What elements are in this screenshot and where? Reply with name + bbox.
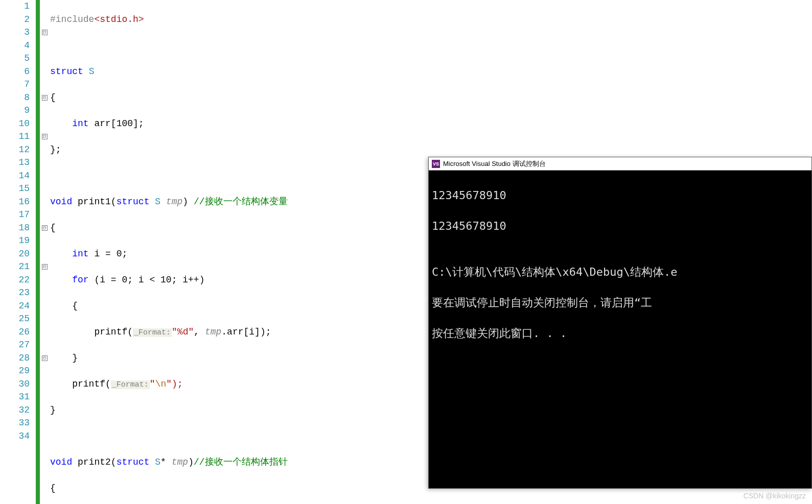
console-line: 要在调试停止时自动关闭控制台，请启用“工: [432, 295, 808, 310]
line-number: 27: [0, 339, 30, 352]
code-line: struct S: [50, 65, 812, 79]
line-number: 15: [0, 182, 30, 196]
line-number: 22: [0, 274, 30, 287]
fold-toggle[interactable]: ⊟: [42, 355, 48, 361]
line-number: 25: [0, 313, 30, 326]
line-number: 21: [0, 260, 30, 274]
line-number: 14: [0, 170, 30, 183]
line-number: 29: [0, 365, 30, 378]
line-number-gutter: 1 2 3 4 5 6 7 8 9 10 11 12 13 14 15 16 1…: [0, 0, 36, 504]
code-line: };: [50, 143, 812, 157]
watermark-text: CSDN @kikokingzz: [744, 492, 806, 500]
code-line: [50, 39, 812, 53]
line-number: 16: [0, 196, 30, 209]
line-number: 6: [0, 65, 30, 79]
line-number: 32: [0, 404, 30, 417]
line-number: 24: [0, 300, 30, 313]
line-number: 3: [0, 26, 30, 39]
fold-toggle[interactable]: ⊟: [42, 30, 48, 35]
console-line: 按任意键关闭此窗口. . .: [432, 326, 808, 341]
console-line: 12345678910: [432, 219, 808, 234]
line-number: 8: [0, 91, 30, 105]
fold-toggle[interactable]: ⊟: [42, 95, 48, 101]
console-output[interactable]: 12345678910 12345678910 C:\计算机\代码\结构体\x6…: [429, 171, 811, 374]
console-line: 12345678910: [432, 188, 808, 203]
line-number: 2: [0, 13, 30, 27]
console-line: C:\计算机\代码\结构体\x64\Debug\结构体.e: [432, 265, 808, 280]
fold-toggle[interactable]: ⊟: [42, 225, 48, 231]
change-indicator-bar: [36, 0, 40, 504]
line-number: 9: [0, 104, 30, 117]
debug-console-window[interactable]: VS Microsoft Visual Studio 调试控制台 1234567…: [428, 157, 812, 489]
line-number: 18: [0, 222, 30, 235]
line-number: 1: [0, 0, 30, 13]
code-line: {: [50, 91, 812, 105]
line-number: 19: [0, 234, 30, 248]
line-number: 11: [0, 130, 30, 143]
line-number: 28: [0, 352, 30, 365]
line-number: 20: [0, 248, 30, 261]
line-number: 31: [0, 391, 30, 404]
line-number: 12: [0, 143, 30, 157]
code-line: #include<stdio.h>: [50, 13, 812, 27]
console-title: Microsoft Visual Studio 调试控制台: [443, 159, 546, 169]
line-number: 34: [0, 430, 30, 443]
line-number: 26: [0, 326, 30, 339]
line-number: 4: [0, 39, 30, 53]
line-number: 10: [0, 117, 30, 131]
line-number: 17: [0, 208, 30, 222]
line-number: 13: [0, 156, 30, 170]
line-number: 33: [0, 417, 30, 430]
line-number: 30: [0, 378, 30, 391]
code-line: int arr[100];: [50, 117, 812, 131]
console-titlebar[interactable]: VS Microsoft Visual Studio 调试控制台: [429, 157, 811, 171]
fold-toggle[interactable]: ⊟: [42, 264, 48, 270]
line-number: 5: [0, 52, 30, 65]
visual-studio-icon: VS: [432, 160, 440, 168]
fold-toggle[interactable]: ⊟: [42, 134, 48, 139]
line-number: 7: [0, 78, 30, 91]
line-number: 23: [0, 286, 30, 300]
fold-column: ⊟ ⊟ ⊟ ⊟ ⊟ ⊟: [40, 0, 49, 504]
